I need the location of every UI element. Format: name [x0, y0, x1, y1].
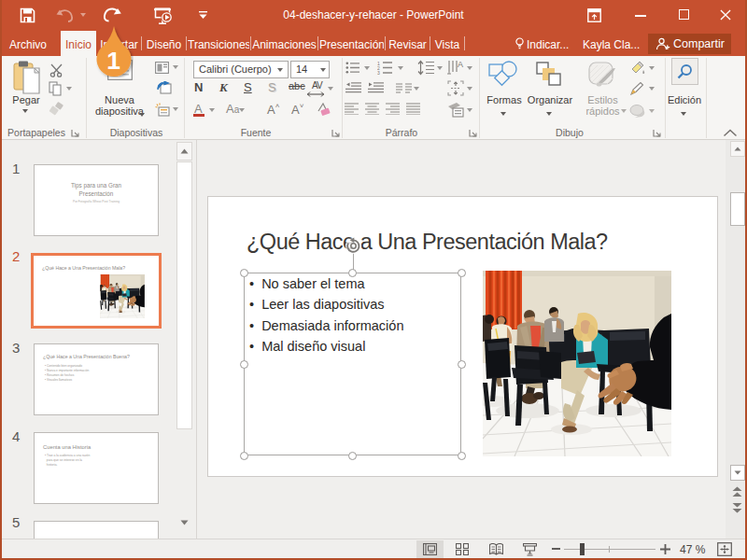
svg-text:A: A — [458, 60, 463, 69]
svg-text:1: 1 — [106, 47, 120, 75]
svg-text:3: 3 — [377, 70, 380, 75]
